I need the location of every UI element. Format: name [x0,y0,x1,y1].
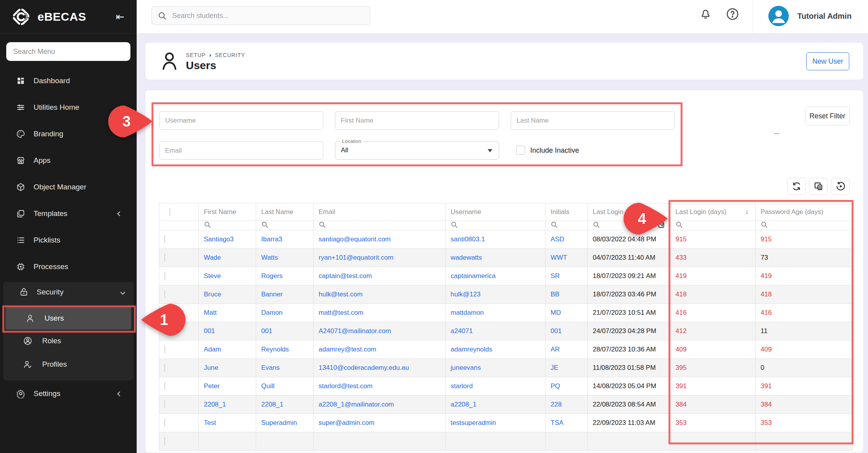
filter-email-input[interactable] [159,141,323,160]
sidebar-item-dashboard[interactable]: Dashboard [0,71,137,91]
breadcrumb-security[interactable]: SECURITY [215,52,245,58]
filter-first-name-input[interactable] [335,111,499,130]
sidebar-item-object-manager[interactable]: Object Manager [0,177,137,197]
row-checkbox[interactable] [164,364,165,372]
cell-email[interactable] [314,432,446,451]
cell-username[interactable]: a24071 [446,322,545,341]
column-header-password_age_days[interactable]: Password Age (days) [756,203,853,221]
column-filter-password_age_days[interactable] [756,221,853,230]
cell-last-name[interactable]: Damon [256,304,314,322]
refresh-button[interactable] [787,178,806,195]
student-search-input[interactable] [151,6,370,25]
cell-first-name[interactable]: Santiago3 [199,230,256,249]
column-header-first_name[interactable]: First Name [199,203,256,221]
sidebar-item-apps[interactable]: Apps [0,150,137,171]
row-checkbox[interactable] [164,253,165,262]
cell-username[interactable]: starlord [446,377,545,396]
sidebar-item-users[interactable]: Users [5,307,131,330]
cell-last-name[interactable]: Rogers [256,267,314,285]
cell-last-name[interactable]: Evans [256,359,314,377]
row-checkbox[interactable] [164,437,165,445]
cell-initials[interactable]: WWT [545,249,588,267]
column-header-username[interactable]: Username [446,203,545,221]
cell-last-name[interactable] [256,432,314,451]
include-inactive-checkbox[interactable] [516,146,525,155]
cell-username[interactable]: a2208_1 [446,396,545,414]
location-select[interactable]: Location All [335,141,499,160]
sidebar-item-settings[interactable]: Settings [0,383,137,404]
reset-filter-button[interactable]: Reset Filter [805,107,850,125]
notifications-bell-icon[interactable] [699,7,716,24]
cell-last-name[interactable]: Quill [256,377,314,396]
cell-initials[interactable]: JE [545,359,588,377]
cell-initials[interactable]: BB [545,285,588,304]
cell-first-name[interactable]: Test [199,414,256,432]
sidebar-item-security[interactable]: Security [3,282,134,302]
cell-email[interactable]: hulk@test.com [314,285,446,304]
cell-last-name[interactable]: Banner [256,285,314,304]
cell-username[interactable]: captainamerica [446,267,545,285]
row-checkbox[interactable] [164,290,165,298]
cell-first-name[interactable]: Wade [199,249,256,267]
sidebar-collapse-icon[interactable]: ⇤ [113,10,127,24]
row-checkbox[interactable] [164,345,165,353]
cell-initials[interactable]: MD [545,304,588,322]
cell-initials[interactable]: AR [545,341,588,359]
cell-last-name[interactable]: 2208_1 [256,396,314,414]
column-header-last_login_days[interactable]: Last Login (days)↓ [670,203,756,221]
cell-initials[interactable]: PQ [545,377,588,396]
cell-email[interactable]: starlord@test.com [314,377,446,396]
copy-grid-button[interactable] [809,178,828,195]
cell-first-name[interactable] [199,432,256,451]
cell-email[interactable]: captain@test.com [314,267,446,285]
cell-email[interactable]: ryan+101@equatorit.com [314,249,446,267]
cell-email[interactable]: super@admin.com [314,414,446,432]
sidebar-item-profiles[interactable]: Profiles [3,354,134,375]
help-icon[interactable] [725,7,743,24]
cell-initials[interactable] [545,432,588,451]
restore-layout-button[interactable] [831,178,850,195]
cell-last-name[interactable]: Watts [256,249,314,267]
cell-last-name[interactable]: Ibarra3 [256,230,314,249]
cell-initials[interactable]: SR [545,267,588,285]
cell-first-name[interactable]: Bruce [199,285,256,304]
cell-username[interactable]: hulk@123 [446,285,545,304]
avatar[interactable] [768,6,789,26]
column-header-initials[interactable]: Initials [545,203,588,221]
cell-initials[interactable]: 228 [545,396,588,414]
row-checkbox[interactable] [164,400,165,408]
cell-email[interactable]: santiago@equatorit.com [314,230,446,249]
sidebar-item-picklists[interactable]: Picklists [0,230,137,250]
sidebar-search-input[interactable] [6,42,130,61]
cell-username[interactable]: wadewatts [446,249,545,267]
column-filter-last_name[interactable] [256,221,314,230]
column-filter-last_login_days[interactable] [670,221,756,230]
new-user-button[interactable]: New User [806,52,849,70]
cell-email[interactable]: 13410@coderacademy.edu.au [314,359,446,377]
cell-username[interactable] [446,432,545,451]
row-checkbox[interactable] [164,235,165,243]
cell-first-name[interactable]: Steve [199,267,256,285]
cell-email[interactable]: A24071@mailinator.com [314,322,446,341]
cell-first-name[interactable]: 001 [199,322,256,341]
cell-first-name[interactable]: June [199,359,256,377]
column-filter-initials[interactable] [545,221,588,230]
column-filter-first_name[interactable] [199,221,256,230]
filter-last-name-input[interactable] [511,111,675,130]
row-checkbox[interactable] [164,272,165,280]
cell-email[interactable]: adamrey@test.com [314,341,446,359]
cell-username[interactable]: juneevans [446,359,545,377]
cell-email[interactable]: matt@test.com [314,304,446,322]
cell-first-name[interactable]: 2208_1 [199,396,256,414]
select-all-checkbox[interactable] [169,208,170,216]
cell-first-name[interactable]: Adam [199,341,256,359]
cell-username[interactable]: adamreynolds [446,341,545,359]
column-filter-username[interactable] [446,221,545,230]
sidebar-item-templates[interactable]: Templates [0,203,137,224]
row-checkbox[interactable] [164,382,165,390]
cell-first-name[interactable]: Peter [199,377,256,396]
filter-username-input[interactable] [159,111,323,130]
cell-last-name[interactable]: 001 [256,322,314,341]
cell-last-name[interactable]: Superadmin [256,414,314,432]
cell-initials[interactable]: TSA [545,414,588,432]
